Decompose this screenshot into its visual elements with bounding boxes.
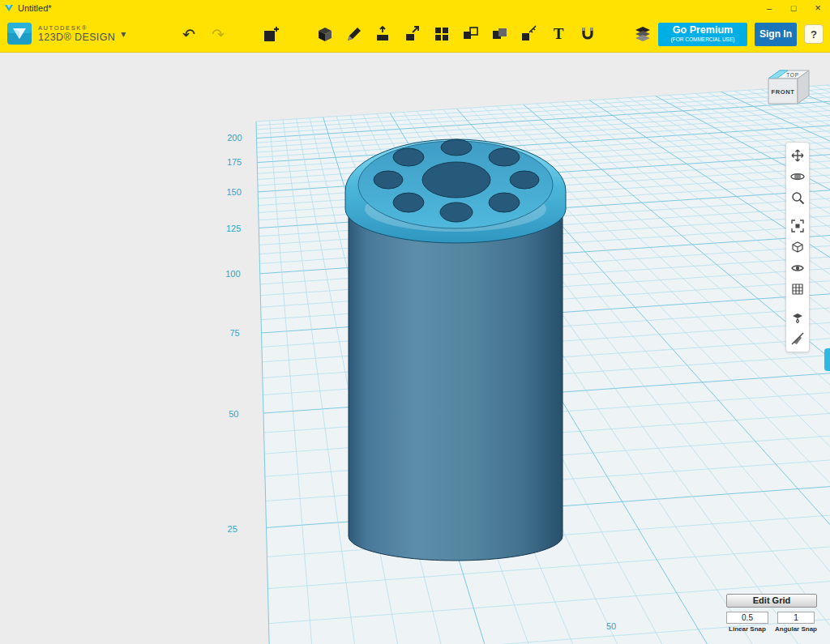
extrude-arrow-icon: [374, 24, 393, 44]
orbit-icon: [790, 169, 805, 184]
brand-line2: 123D® DESIGN: [38, 32, 115, 43]
two-boxes-icon: [461, 24, 481, 44]
material-nav-button[interactable]: [787, 307, 808, 328]
view-cube[interactable]: TOP FRONT: [760, 65, 817, 117]
transform-button[interactable]: [261, 23, 282, 45]
pattern-button[interactable]: [431, 23, 452, 45]
navigation-toolbar: [785, 142, 810, 352]
pencil-slash-icon: [790, 331, 805, 346]
shaded-view-icon: [790, 240, 805, 254]
view-cube-top-label: TOP: [786, 72, 799, 78]
four-squares-icon: [432, 24, 451, 44]
3d-viewport[interactable]: 200175150125100755025 50: [0, 53, 830, 644]
edit-grid-panel: Edit Grid Linear Snap Angular Snap: [726, 592, 817, 633]
modify-button[interactable]: [402, 23, 423, 45]
box-arrow-icon: [403, 24, 422, 44]
snap-button[interactable]: [577, 23, 598, 45]
visibility-button[interactable]: [787, 258, 808, 279]
sketch-button[interactable]: [344, 23, 365, 45]
grouping-button[interactable]: [460, 23, 481, 45]
angular-snap-label: Angular Snap: [775, 625, 817, 633]
zoom-icon: [790, 190, 805, 205]
window-title: Untitled*: [18, 3, 52, 13]
view-cube-front-label: FRONT: [772, 88, 795, 96]
combine-button[interactable]: [490, 23, 511, 45]
go-premium-button[interactable]: Go Premium (FOR COMMERCIAL USE): [658, 23, 747, 46]
square-plus-icon: [262, 24, 281, 44]
sketch-visibility-button[interactable]: [787, 328, 808, 349]
box-ruler-icon: [520, 24, 539, 44]
pan-button[interactable]: [787, 145, 808, 166]
main-menu-chevron[interactable]: ▾: [121, 28, 126, 40]
edit-grid-button[interactable]: Edit Grid: [726, 594, 817, 608]
material-button[interactable]: [632, 23, 653, 45]
go-premium-label: Go Premium: [673, 25, 733, 36]
eye-icon: [790, 261, 805, 275]
grid-toggle-button[interactable]: [787, 279, 808, 300]
brand-line1: AUTODESK®: [38, 25, 115, 32]
minimize-button[interactable]: –: [757, 0, 781, 16]
pan-icon: [790, 148, 805, 163]
construct-button[interactable]: [373, 23, 394, 45]
fit-view-button[interactable]: [787, 215, 808, 237]
material-drop-icon: [790, 310, 805, 325]
center-hole: [422, 162, 490, 198]
pencil-icon: [344, 24, 364, 44]
model-cylinder[interactable]: [334, 131, 577, 582]
app-logo-icon: [4, 3, 14, 13]
fit-view-icon: [790, 219, 805, 233]
brand-block: AUTODESK® 123D® DESIGN ▾: [0, 22, 151, 46]
text-tool-button[interactable]: T: [548, 23, 569, 45]
help-button[interactable]: ?: [804, 24, 824, 44]
orbit-button[interactable]: [787, 166, 808, 187]
primitives-button[interactable]: [314, 23, 336, 45]
cylinder-body[interactable]: [349, 209, 563, 561]
cube-icon: [315, 24, 335, 44]
angular-snap-input[interactable]: [777, 612, 815, 624]
sign-in-button[interactable]: Sign In: [755, 23, 797, 46]
redo-button[interactable]: ↷: [208, 23, 229, 45]
shaded-view-button[interactable]: [787, 237, 808, 258]
maximize-button[interactable]: □: [781, 0, 806, 16]
undo-button[interactable]: ↶: [178, 23, 199, 45]
go-premium-sublabel: (FOR COMMERCIAL USE): [671, 36, 735, 43]
zoom-button[interactable]: [787, 187, 808, 208]
overlapping-boxes-icon: [490, 24, 510, 44]
linear-snap-input[interactable]: [726, 612, 768, 624]
123d-logo-icon: [6, 22, 32, 46]
grid-toggle-icon: [790, 282, 805, 296]
main-toolbar: AUTODESK® 123D® DESIGN ▾ ↶ ↷: [0, 16, 830, 53]
measure-button[interactable]: [519, 23, 540, 45]
grid-axis-label-x: 50: [606, 621, 616, 631]
layers-icon: [633, 24, 652, 44]
app-window: Untitled* – □ × AUTODESK® 123D® DESIGN ▾…: [0, 0, 830, 644]
titlebar: Untitled* – □ ×: [0, 0, 830, 16]
magnet-icon: [578, 24, 597, 44]
panel-flyout-tab[interactable]: [824, 348, 830, 371]
linear-snap-label: Linear Snap: [729, 625, 766, 633]
close-button[interactable]: ×: [806, 0, 830, 16]
